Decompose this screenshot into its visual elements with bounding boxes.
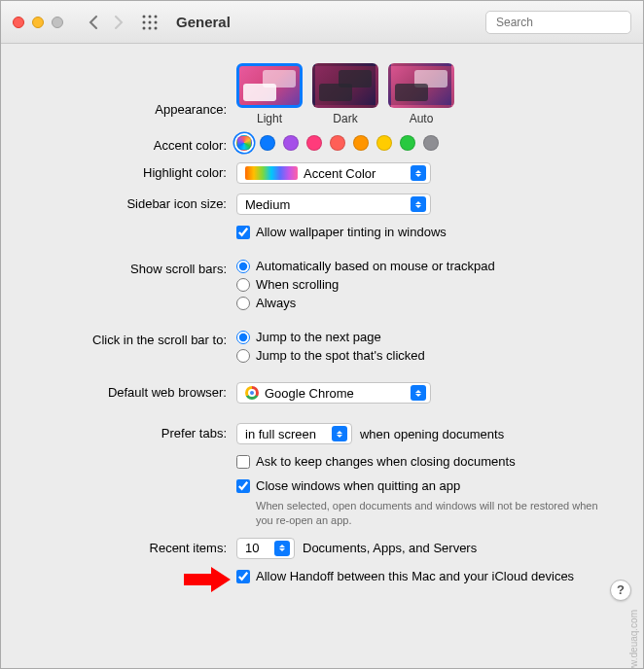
appearance-auto-caption: Auto bbox=[410, 112, 434, 125]
handoff-label: Allow Handoff between this Mac and your … bbox=[256, 569, 574, 583]
wallpaper-tint-checkbox[interactable]: Allow wallpaper tinting in windows bbox=[236, 225, 447, 239]
close-window-button[interactable] bbox=[13, 17, 24, 28]
tabs-select[interactable]: in full screen bbox=[236, 423, 352, 444]
wallpaper-tint-input[interactable] bbox=[236, 226, 250, 239]
svg-point-0 bbox=[143, 15, 146, 18]
recent-select[interactable]: 10 bbox=[236, 538, 295, 559]
accent-label: Accent color: bbox=[11, 135, 236, 153]
ask-keep-input[interactable] bbox=[236, 455, 250, 469]
appearance-options: Light Dark Auto bbox=[236, 63, 454, 125]
highlight-swatch-icon bbox=[245, 166, 298, 180]
appearance-light-caption: Light bbox=[257, 112, 282, 125]
appearance-auto-thumb bbox=[388, 63, 454, 108]
titlebar: General bbox=[1, 1, 643, 44]
zoom-window-button bbox=[52, 17, 63, 28]
svg-point-4 bbox=[149, 20, 152, 23]
appearance-auto[interactable]: Auto bbox=[388, 63, 454, 125]
tabs-label: Prefer tabs: bbox=[11, 423, 236, 440]
accent-colors bbox=[236, 135, 439, 151]
red-arrow-icon bbox=[184, 567, 231, 592]
svg-point-1 bbox=[149, 15, 152, 18]
handoff-input[interactable] bbox=[236, 570, 250, 583]
accent-orange[interactable] bbox=[353, 135, 369, 151]
watermark: www.deuaq.com bbox=[628, 610, 639, 669]
recent-label: Recent items: bbox=[11, 538, 236, 555]
appearance-dark[interactable]: Dark bbox=[312, 63, 378, 125]
back-button[interactable] bbox=[83, 12, 104, 33]
sidebar-size-value: Medium bbox=[245, 197, 290, 212]
accent-graphite[interactable] bbox=[423, 135, 439, 151]
accent-blue[interactable] bbox=[260, 135, 275, 151]
handoff-checkbox[interactable]: Allow Handoff between this Mac and your … bbox=[236, 569, 574, 583]
grid-icon bbox=[142, 15, 158, 30]
window-title: General bbox=[176, 14, 476, 30]
accent-multicolor[interactable] bbox=[236, 135, 252, 151]
ask-keep-checkbox[interactable]: Ask to keep changes when closing documen… bbox=[236, 454, 516, 469]
accent-purple[interactable] bbox=[283, 135, 299, 151]
svg-point-5 bbox=[155, 20, 158, 23]
ask-keep-label: Ask to keep changes when closing documen… bbox=[256, 454, 516, 469]
traffic-lights bbox=[13, 17, 63, 28]
close-windows-note: When selected, open documents and window… bbox=[256, 499, 606, 528]
chevron-updown-icon bbox=[411, 385, 426, 401]
chevron-right-icon bbox=[114, 16, 124, 29]
tabs-suffix: when opening documents bbox=[360, 427, 504, 441]
scrollbars-label: Show scroll bars: bbox=[11, 259, 236, 276]
scrollclick-nextpage[interactable]: Jump to the next page bbox=[236, 330, 381, 344]
recent-suffix: Documents, Apps, and Servers bbox=[303, 541, 477, 555]
appearance-light[interactable]: Light bbox=[236, 63, 303, 125]
svg-point-3 bbox=[143, 20, 146, 23]
browser-select[interactable]: Google Chrome bbox=[236, 382, 431, 404]
appearance-dark-caption: Dark bbox=[333, 112, 357, 125]
appearance-label: Appearance: bbox=[11, 63, 236, 117]
accent-green[interactable] bbox=[400, 135, 415, 151]
browser-label: Default web browser: bbox=[11, 382, 236, 400]
accent-pink[interactable] bbox=[306, 135, 322, 151]
search-input[interactable] bbox=[496, 16, 642, 29]
chevron-updown-icon bbox=[274, 541, 290, 556]
close-windows-checkbox[interactable]: Close windows when quitting an app bbox=[236, 478, 460, 493]
accent-yellow[interactable] bbox=[376, 135, 392, 151]
appearance-dark-thumb bbox=[312, 63, 378, 108]
svg-point-7 bbox=[149, 26, 152, 29]
highlight-value: Accent Color bbox=[304, 166, 376, 181]
search-field[interactable] bbox=[485, 11, 631, 34]
sidebar-size-select[interactable]: Medium bbox=[236, 194, 431, 215]
close-windows-input[interactable] bbox=[236, 479, 250, 493]
scrollclick-label: Click in the scroll bar to: bbox=[11, 330, 236, 347]
general-prefs-window: General Appearance: Light Dark bbox=[0, 0, 644, 669]
chevron-updown-icon bbox=[411, 196, 426, 212]
nav-buttons bbox=[83, 12, 129, 33]
scrollbars-auto[interactable]: Automatically based on mouse or trackpad bbox=[236, 259, 495, 273]
forward-button bbox=[108, 12, 129, 33]
recent-value: 10 bbox=[245, 541, 259, 555]
show-all-button[interactable] bbox=[139, 12, 161, 33]
wallpaper-tint-label: Allow wallpaper tinting in windows bbox=[256, 225, 447, 239]
scrollbars-scrolling[interactable]: When scrolling bbox=[236, 277, 339, 292]
svg-point-8 bbox=[155, 26, 158, 29]
svg-point-2 bbox=[155, 15, 158, 18]
help-button[interactable]: ? bbox=[610, 580, 631, 601]
minimize-window-button[interactable] bbox=[32, 17, 44, 28]
svg-point-6 bbox=[143, 26, 146, 29]
chevron-updown-icon bbox=[332, 426, 347, 441]
close-windows-label: Close windows when quitting an app bbox=[256, 478, 460, 493]
appearance-light-thumb bbox=[236, 63, 303, 108]
content-area: Appearance: Light Dark Auto bbox=[1, 44, 643, 613]
chevron-left-icon bbox=[89, 16, 98, 29]
chrome-icon bbox=[245, 386, 259, 400]
scrollbars-always[interactable]: Always bbox=[236, 296, 296, 310]
tabs-value: in full screen bbox=[245, 427, 316, 441]
scrollclick-spot[interactable]: Jump to the spot that's clicked bbox=[236, 348, 425, 363]
accent-red[interactable] bbox=[330, 135, 345, 151]
sidebar-size-label: Sidebar icon size: bbox=[11, 194, 236, 211]
highlight-select[interactable]: Accent Color bbox=[236, 162, 431, 184]
chevron-updown-icon bbox=[411, 165, 426, 181]
highlight-label: Highlight color: bbox=[11, 162, 236, 180]
browser-value: Google Chrome bbox=[265, 386, 354, 401]
